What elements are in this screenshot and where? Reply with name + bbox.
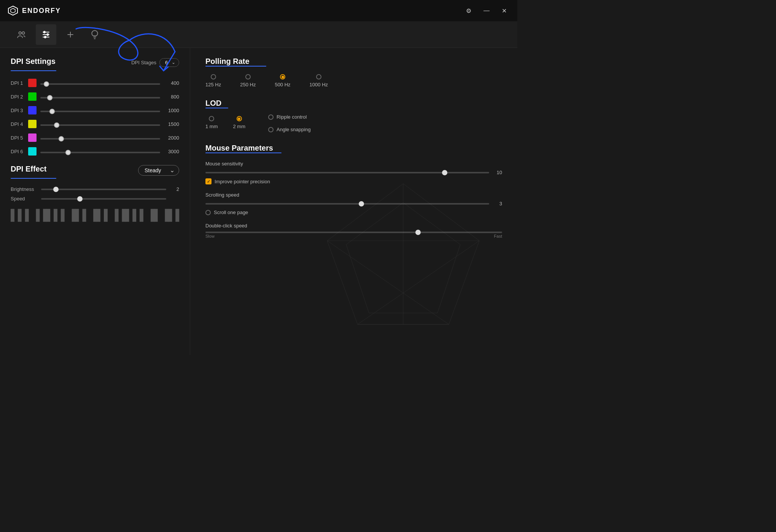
effect-dropdown[interactable]: Steady Breathing Rainbow [138, 165, 179, 176]
dpi-row-6: DPI 6 3000 [11, 147, 179, 156]
logo-icon [8, 5, 18, 16]
settings-button[interactable]: ⚙ [463, 6, 474, 16]
titlebar: ENDORFY ⚙ — ✕ [0, 0, 517, 21]
scrolling-value: 3 [493, 201, 502, 206]
dpi-2-slider[interactable] [40, 97, 160, 98]
dpi-3-label: DPI 3 [11, 108, 24, 113]
improve-precision-checkbox[interactable]: ✓ [205, 178, 211, 184]
dpi-stages-control: DPI Stages 6 12345 [131, 58, 179, 67]
dpi-3-swatch[interactable] [28, 106, 37, 114]
brightness-slider[interactable] [41, 189, 166, 190]
double-click-slider[interactable] [205, 232, 502, 233]
dpi-6-slider[interactable] [40, 152, 160, 153]
rate-1000hz-radio[interactable] [316, 74, 321, 79]
rate-1000hz-label: 1000 Hz [310, 82, 328, 87]
left-panel: DPI Settings DPI Stages 6 12345 DPI 1 [0, 48, 190, 355]
scrolling-slider-row: 3 [205, 201, 502, 206]
tab-lighting[interactable] [84, 24, 105, 45]
mouse-parameters-title: Mouse Parameters [205, 144, 273, 152]
lod-1mm-radio[interactable] [209, 116, 214, 121]
svg-point-3 [19, 32, 21, 34]
polling-rate-title: Polling Rate [205, 57, 250, 65]
dpi-stages-wrapper[interactable]: 6 12345 [159, 58, 179, 67]
rate-500hz-radio[interactable] [280, 74, 285, 79]
double-click-slider-row [205, 232, 502, 233]
lod-2mm-radio[interactable] [237, 116, 242, 121]
tab-settings[interactable] [36, 24, 56, 45]
dpi-4-slider[interactable] [40, 124, 160, 126]
dpi-5-label: DPI 5 [11, 135, 24, 141]
angle-snapping-checkbox[interactable] [268, 127, 274, 132]
angle-snapping-row[interactable]: Angle snapping [268, 127, 311, 132]
lod-2mm[interactable]: 2 mm [233, 116, 246, 129]
dpi-1-swatch[interactable] [28, 79, 37, 87]
rate-250hz[interactable]: 250 Hz [240, 74, 256, 87]
dpi-2-label: DPI 2 [11, 94, 24, 100]
improve-precision-row[interactable]: ✓ Improve pointer precision [205, 178, 502, 184]
ripple-control-checkbox[interactable] [268, 114, 274, 120]
svg-point-9 [47, 33, 48, 35]
double-click-row: Double-click speed Slow Fast [205, 223, 502, 238]
dpi-5-slider-container [40, 134, 160, 141]
effect-dropdown-wrapper[interactable]: Steady Breathing Rainbow [138, 165, 179, 176]
minimize-button[interactable]: — [480, 6, 493, 16]
dpi-3-slider[interactable] [40, 111, 160, 112]
sensitivity-label: Mouse sensitivity [205, 161, 502, 167]
dpi-5-value: 2000 [164, 135, 179, 141]
right-panel: Polling Rate 125 Hz 250 Hz 500 Hz 1000 [190, 48, 517, 355]
rate-500hz-label: 500 Hz [275, 82, 290, 87]
dpi-stages-select[interactable]: 6 12345 [159, 58, 179, 67]
rate-1000hz[interactable]: 1000 Hz [310, 74, 328, 87]
lod-underline [205, 108, 228, 108]
svg-point-10 [45, 36, 46, 38]
close-button[interactable]: ✕ [499, 6, 510, 16]
dpi-1-value: 400 [164, 80, 179, 86]
rate-500hz[interactable]: 500 Hz [275, 74, 290, 87]
polling-rate-underline [205, 66, 266, 67]
window-controls: ⚙ — ✕ [463, 6, 510, 16]
lod-1mm[interactable]: 1 mm [205, 116, 218, 129]
tab-add[interactable] [60, 24, 81, 45]
dpi-5-swatch[interactable] [28, 133, 37, 142]
dpi-6-swatch[interactable] [28, 147, 37, 156]
svg-line-19 [358, 241, 479, 324]
sensitivity-slider-row: 10 [205, 170, 502, 175]
dpi-effect-underline [11, 178, 56, 179]
rate-125hz-label: 125 Hz [205, 82, 221, 87]
mouse-parameters-underline [205, 152, 281, 153]
sensitivity-slider[interactable] [205, 172, 489, 173]
dpi-settings-section: DPI Settings DPI Stages 6 12345 DPI 1 [11, 57, 179, 156]
dpi-2-swatch[interactable] [28, 92, 37, 101]
rate-250hz-radio[interactable] [245, 74, 251, 79]
tab-profiles[interactable] [11, 24, 32, 45]
dpi-1-slider-container [40, 79, 160, 86]
dpi-header: DPI Settings DPI Stages 6 12345 [11, 57, 179, 68]
lod-right: Ripple control Angle snapping [268, 99, 311, 132]
scroll-one-page-checkbox[interactable] [205, 210, 211, 215]
speed-slider[interactable] [41, 198, 166, 200]
dpi-4-slider-container [40, 121, 160, 127]
angle-snapping-label: Angle snapping [277, 127, 311, 132]
slow-label: Slow [205, 234, 215, 238]
lod-left: LOD 1 mm 2 mm [205, 99, 245, 132]
lod-2mm-label: 2 mm [233, 124, 246, 129]
dpi-1-slider[interactable] [40, 83, 160, 85]
scrolling-speed-row: Scrolling speed 3 Scroll one page [205, 192, 502, 215]
scrolling-speed-label: Scrolling speed [205, 192, 502, 198]
nav-bar [0, 21, 517, 48]
dpi-settings-underline [11, 70, 56, 71]
main-content: DPI Settings DPI Stages 6 12345 DPI 1 [0, 48, 517, 355]
dpi-4-swatch[interactable] [28, 120, 37, 128]
dpi-6-label: DPI 6 [11, 149, 24, 154]
rate-125hz[interactable]: 125 Hz [205, 74, 221, 87]
scroll-one-page-row[interactable]: Scroll one page [205, 210, 502, 215]
dpi-5-slider[interactable] [40, 138, 160, 140]
ripple-control-row[interactable]: Ripple control [268, 114, 311, 120]
dpi-row-1: DPI 1 400 [11, 79, 179, 87]
scrolling-slider[interactable] [205, 203, 489, 205]
lod-wrapper: LOD 1 mm 2 mm Ripple control [205, 99, 502, 132]
dpi-row-3: DPI 3 1000 [11, 106, 179, 114]
svg-point-4 [22, 32, 25, 34]
brightness-label: Brightness [11, 186, 37, 192]
rate-125hz-radio[interactable] [211, 74, 216, 79]
